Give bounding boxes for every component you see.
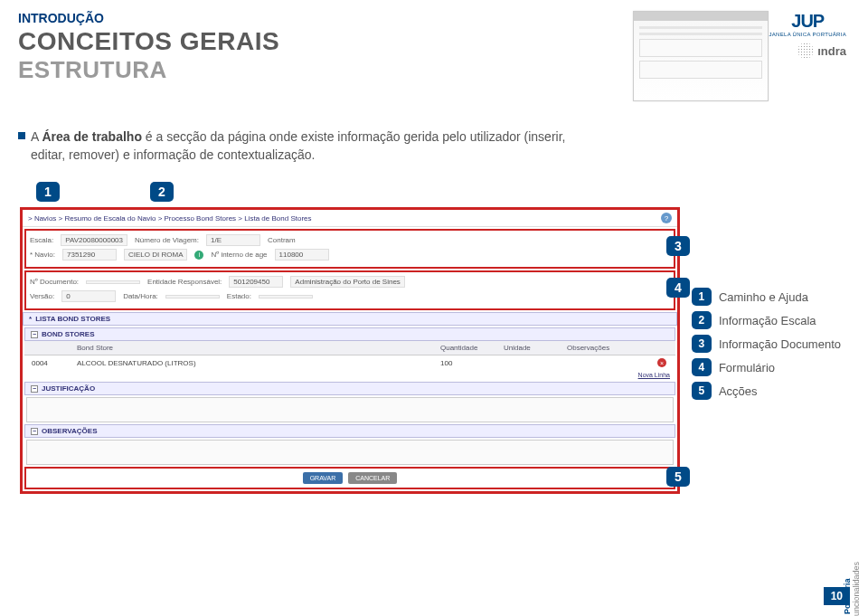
callout-2: 2 [150,182,174,202]
section-documento: 4 Nº Documento: Entidade Responsável: 50… [24,270,675,310]
ent-value: 501209450 [229,276,283,288]
data-value [165,295,220,299]
collapse-icon[interactable]: − [31,331,38,338]
jup-subtext: JANELA ÚNICA PORTUÁRIA [769,32,846,37]
callout-1: 1 [36,182,60,202]
legend: 1Caminho e Ajuda 2Informação Escala 3Inf… [692,288,841,400]
delete-icon[interactable]: × [657,358,666,367]
escala-label: Escala: [30,236,53,244]
indra-logo: ındra [797,43,846,59]
logos: JUP JANELA ÚNICA PORTUÁRIA ındra [769,11,846,59]
legend-3: Informação Documento [719,337,841,351]
gravar-button[interactable]: GRAVAR [303,472,344,484]
collapse-icon[interactable]: − [31,385,38,393]
nviagem-label: Número de Viagem: [135,236,199,244]
subtitle: ESTRUTURA [18,56,615,84]
navio-name: CIELO DI ROMA [124,249,187,261]
row-unit [500,362,563,364]
ent-label: Entidade Responsável: [147,278,222,286]
ninterno-label: Nº interno de age [211,251,267,259]
app-screenshot: > Navios > Resumo de Escala do Navio > P… [20,207,680,494]
jup-logo: JUP JANELA ÚNICA PORTUÁRIA [769,11,846,37]
help-icon[interactable]: ? [661,213,672,223]
th-unit: Unidade [500,343,563,353]
ndoc-value [86,280,140,284]
collapse-icon[interactable]: − [31,428,38,435]
top-callouts: 1 2 [36,182,850,202]
side-sub: Conceitos e Funcionalidades [852,562,861,616]
th-code [28,343,73,353]
breadcrumb: > Navios > Resumo de Escala do Navio > P… [23,210,677,227]
th-qty: Quantidade [437,343,500,353]
th-obs: Observações [563,343,654,353]
legend-4: Formulário [719,361,775,374]
callout-4: 4 [666,278,690,298]
data-label: Data/Hora: [123,292,158,300]
callout-5: 5 [666,467,690,487]
row-qty: 100 [437,358,500,368]
main-title: CONCEITOS GERAIS [18,27,615,56]
versao-value: 0 [61,290,116,302]
observacoes-section: − OBSERVAÇÕES [24,424,675,465]
ndoc-label: Nº Documento: [30,278,79,286]
body-bold: Área de trabalho [42,129,141,144]
legend-num-3: 3 [692,335,712,353]
indra-text: ındra [817,44,846,58]
header-row: INTRODUÇÃO CONCEITOS GERAIS ESTRUTURA JU… [18,11,850,101]
estado-label: Estado: [227,292,251,300]
observacoes-textarea[interactable] [26,440,674,465]
row-code: 0004 [28,358,73,368]
escala-value: PAV20080000003 [61,234,127,246]
jup-text: JUP [791,11,824,32]
nviagem-value: 1/E [206,234,260,246]
ninterno-value: 110800 [275,249,329,261]
estado-value [259,295,313,299]
legend-num-1: 1 [692,288,712,306]
ent-name: Administração do Porto de Sines [290,276,405,288]
intro-label: INTRODUÇÃO [18,11,615,25]
cancelar-button[interactable]: CANCELAR [348,472,397,484]
page-number: 10 [824,587,850,605]
section-escala: 3 Escala: PAV20080000003 Número de Viage… [24,229,675,269]
row-obs [563,362,654,364]
navio-label: * Navio: [30,251,55,259]
legend-num-5: 5 [692,382,712,400]
actions-section: 5 GRAVAR CANCELAR [24,467,675,489]
th-bond: Bond Store [73,343,437,353]
legend-5: Acções [719,384,758,398]
legend-num-2: 2 [692,311,712,329]
contram-label: Contram [268,236,296,244]
legend-1: Caminho e Ajuda [719,290,808,304]
lista-title: LISTA BOND STORES [35,315,110,323]
info-icon[interactable]: i [194,251,203,260]
row-desc: ALCOOL DESNATURADO (LITROS) [73,358,437,368]
bullet-square-icon [18,132,25,139]
mini-screenshot [633,11,769,101]
versao-label: Versão: [30,292,54,300]
body-prefix: A [31,129,42,144]
just-title: JUSTIFICAÇÃO [42,384,95,393]
callout-3: 3 [666,236,690,256]
bond-stores-section: − BOND STORES Bond Store Quantidade Unid… [24,327,675,380]
table-header: Bond Store Quantidade Unidade Observaçõe… [24,341,675,355]
nova-linha-link[interactable]: Nova Linha [638,372,670,378]
bond-title: BOND STORES [42,330,95,338]
breadcrumb-text: > Navios > Resumo de Escala do Navio > P… [28,214,312,223]
justificacao-section: − JUSTIFICAÇÃO [24,382,675,422]
obs-title: OBSERVAÇÕES [42,427,98,435]
justificacao-textarea[interactable] [26,397,674,422]
navio-value: 7351290 [62,249,117,261]
lista-bond-header: * LISTA BOND STORES [23,312,677,326]
table-row: 0004 ALCOOL DESNATURADO (LITROS) 100 × [24,355,675,370]
legend-2: Informação Escala [719,314,816,327]
indra-dots-icon [797,43,814,59]
legend-num-4: 4 [692,358,712,376]
body-paragraph: A Área de trabalho é a secção da página … [18,128,850,164]
